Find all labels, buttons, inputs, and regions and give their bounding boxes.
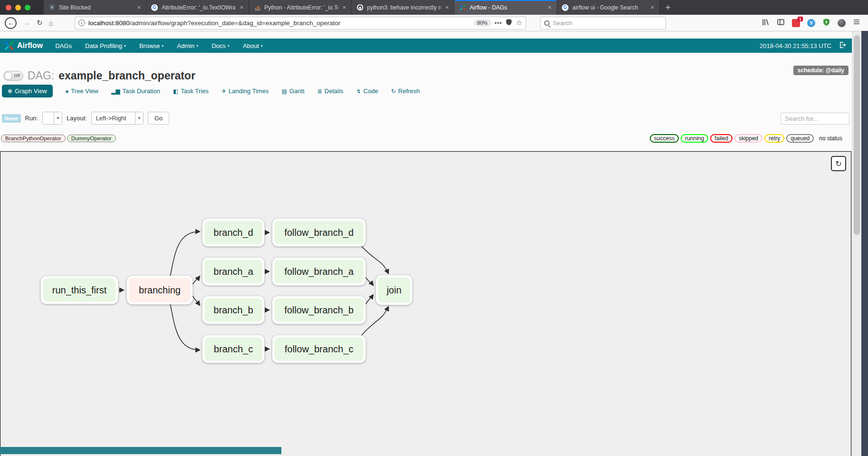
task-node-branch_c[interactable]: branch_c <box>203 336 263 362</box>
tab-close-icon[interactable]: × <box>136 4 142 11</box>
run-label: Run: <box>25 115 38 122</box>
details-icon: ≣ <box>318 88 322 95</box>
tab-strip: Site Blocked×GAttributeError: '_io.TextI… <box>44 0 660 15</box>
layout-select-value: Left->Right <box>92 115 135 122</box>
state-legend-badge-skipped: skipped <box>734 134 762 143</box>
view-tab-label: Gantt <box>289 87 305 95</box>
tab-gantt[interactable]: ▤Gantt <box>281 87 304 95</box>
browser-tab-1[interactable]: Site Blocked× <box>44 0 146 15</box>
tab-landing-times[interactable]: ✈Landing Times <box>222 87 269 95</box>
task-search-input[interactable] <box>781 113 849 125</box>
navbar-right: 2018-04-30 21:55:13 UTC <box>760 41 852 50</box>
sidebar-icon[interactable] <box>777 18 785 28</box>
airflow-brand[interactable]: Airflow <box>0 40 48 51</box>
view-tab-label: Details <box>325 87 344 95</box>
state-legend-badge-retry: retry <box>764 134 784 143</box>
scrollbar-thumb[interactable] <box>854 35 860 235</box>
tab-graph-view[interactable]: ✻Graph View <box>2 85 53 97</box>
browser-tab-4[interactable]: python3: behave incorrectly mo× <box>352 0 454 15</box>
red-extension-icon[interactable]: 1 <box>792 19 800 27</box>
browser-tab-5[interactable]: Airflow - DAGs× <box>454 0 557 15</box>
tab-close-icon[interactable]: × <box>444 4 450 11</box>
tab-details[interactable]: ≣Details <box>318 87 344 95</box>
task-node-label: branch_b <box>213 305 253 316</box>
task-node-follow_branch_d[interactable]: follow_branch_d <box>273 220 365 245</box>
menu-icon[interactable] <box>853 18 860 28</box>
blue-extension-icon[interactable]: V <box>807 19 815 27</box>
graph-view-icon: ✻ <box>8 88 12 95</box>
nav-item-label: Docs <box>212 42 226 49</box>
dag-pause-toggle[interactable]: Off <box>3 71 23 81</box>
nav-item-browse[interactable]: Browse▾ <box>133 42 170 49</box>
task-node-branch_a[interactable]: branch_a <box>203 259 263 284</box>
schedule-badge[interactable]: schedule: @daily <box>793 66 849 75</box>
nav-item-data-profiling[interactable]: Data Profiling▾ <box>78 42 133 49</box>
tab-close-icon[interactable]: × <box>547 4 552 11</box>
reload-button[interactable]: ↻ <box>37 19 43 27</box>
pocket-shield-icon[interactable] <box>505 19 512 28</box>
go-button[interactable]: Go <box>148 112 169 125</box>
tab-tree-view[interactable]: ♠Tree View <box>66 87 98 95</box>
google-tab-icon: G <box>151 4 158 11</box>
toggle-knob <box>4 72 12 80</box>
browser-tab-6[interactable]: Gairflow ui - Google Search× <box>557 0 660 15</box>
task-node-run_this_first[interactable]: run_this_first <box>42 277 117 303</box>
task-node-follow_branch_a[interactable]: follow_branch_a <box>273 259 365 284</box>
maximize-window-button[interactable] <box>25 5 30 10</box>
minimize-window-button[interactable] <box>15 5 21 10</box>
graph-refresh-button[interactable]: ↻ <box>831 156 846 171</box>
task-node-branch_b[interactable]: branch_b <box>203 297 263 323</box>
browser-tab-3[interactable]: Python - AttributeError: '_io.Tex× <box>249 0 352 15</box>
task-node-branch_d[interactable]: branch_d <box>203 220 263 245</box>
site-info-icon[interactable]: i <box>78 19 85 26</box>
caret-down-icon: ▾ <box>228 44 230 48</box>
state-legend-badge-running: running <box>681 134 708 143</box>
task-node-branching[interactable]: branching <box>128 277 192 303</box>
close-window-button[interactable] <box>6 5 11 10</box>
bookmark-star-icon[interactable]: ☆ <box>516 19 522 27</box>
browser-search-bar[interactable]: Search <box>540 17 666 29</box>
nav-item-docs[interactable]: Docs▾ <box>205 42 236 49</box>
page-zoom-badge[interactable]: 80% <box>473 19 492 27</box>
task-node-label: follow_branch_a <box>284 266 354 277</box>
back-button[interactable]: ← <box>5 17 17 29</box>
tab-task-tries[interactable]: ◧Task Tries <box>173 87 209 95</box>
nav-item-about[interactable]: About▾ <box>236 42 270 49</box>
green-shield-extension-icon[interactable] <box>822 18 830 28</box>
window-scrollbar[interactable] <box>852 31 861 456</box>
state-legend-badge-no-status: no status <box>816 135 846 142</box>
nav-item-label: Admin <box>177 42 194 49</box>
task-node-follow_branch_b[interactable]: follow_branch_b <box>273 297 365 323</box>
page-actions-icon[interactable]: ••• <box>495 19 502 26</box>
tab-refresh[interactable]: ↻Refresh <box>391 87 420 95</box>
logout-icon[interactable] <box>839 41 846 50</box>
edge-follow_branch_a-to-join <box>366 277 373 285</box>
browser-tab-2[interactable]: GAttributeError: '_io.TextIOWrapp× <box>146 0 249 15</box>
tab-code[interactable]: ↯Code <box>356 87 378 95</box>
nav-item-dags[interactable]: DAGs <box>48 42 78 49</box>
airflow-logo-icon <box>4 40 14 51</box>
task-node-join[interactable]: join <box>377 276 411 304</box>
run-select[interactable]: ▼ <box>42 112 62 125</box>
new-tab-button[interactable]: + <box>660 0 676 15</box>
tab-close-icon[interactable]: × <box>341 4 347 11</box>
tab-task-duration[interactable]: ▂▆Task Duration <box>111 87 160 95</box>
layout-select[interactable]: Left->Right ▼ <box>91 112 144 125</box>
operator-legend: BranchPythonOperatorDummyOperator <box>1 135 116 142</box>
code-icon: ↯ <box>356 88 361 95</box>
globe-extension-icon[interactable] <box>838 19 846 27</box>
utc-clock: 2018-04-30 21:55:13 UTC <box>760 42 831 49</box>
home-button[interactable]: ⌂ <box>49 19 53 27</box>
github-tab-icon <box>356 4 364 11</box>
tab-close-icon[interactable]: × <box>239 4 244 11</box>
tab-title: AttributeError: '_io.TextIOWrapp <box>162 4 235 11</box>
address-bar[interactable]: i localhost:8080/admin/airflow/graph?exe… <box>75 17 526 29</box>
nav-item-admin[interactable]: Admin▾ <box>170 42 205 49</box>
caret-down-icon: ▾ <box>162 44 164 48</box>
browser-search-placeholder: Search <box>553 19 572 27</box>
task-node-follow_branch_c[interactable]: follow_branch_c <box>273 336 365 362</box>
tab-close-icon[interactable]: × <box>649 4 655 11</box>
library-icon[interactable] <box>762 18 770 28</box>
forward-button[interactable]: → <box>23 19 30 27</box>
view-tab-label: Landing Times <box>229 87 269 95</box>
